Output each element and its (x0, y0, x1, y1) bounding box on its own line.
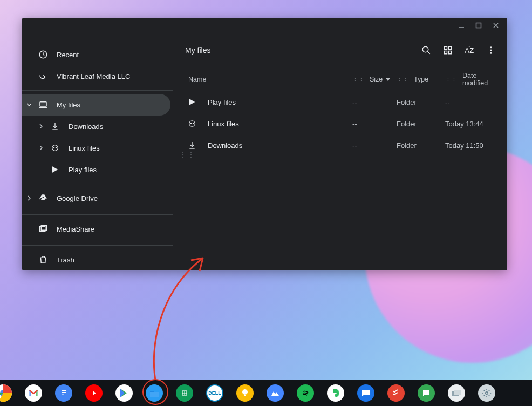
file-row[interactable]: Linux files -- Folder Today 13:44 (180, 113, 502, 134)
maximize-button[interactable] (475, 22, 482, 29)
sidebar-item-recent[interactable]: Recent (22, 44, 170, 65)
file-size: -- (352, 120, 397, 128)
sidebar-item-play-files[interactable]: Play files (22, 159, 170, 180)
search-button[interactable] (415, 39, 437, 61)
laptop-icon (38, 100, 48, 110)
column-name[interactable]: Name (184, 76, 352, 83)
column-date[interactable]: ⋮⋮Date modified (445, 72, 502, 87)
file-row[interactable]: Downloads -- Folder Today 11:50 (180, 134, 502, 156)
svg-rect-10 (41, 225, 47, 230)
svg-rect-15 (449, 51, 452, 54)
grip-icon: ⋮⋮ (352, 76, 364, 83)
grip-icon: ⋮⋮ (445, 76, 457, 83)
column-size[interactable]: ⋮⋮Size (352, 76, 397, 83)
sidebar-item-label: Linux files (69, 144, 100, 152)
breadcrumb-title: My files (180, 46, 415, 55)
svg-point-16 (490, 46, 492, 48)
sidebar-item-my-files[interactable]: My files (22, 94, 170, 116)
sidebar-item-label: Downloads (69, 123, 103, 131)
toolbar: My files ↓ AZ (180, 33, 502, 67)
file-name: Play files (208, 98, 352, 106)
taskbar-dell-icon[interactable]: DELL (206, 384, 223, 402)
file-type: Folder (397, 141, 445, 150)
svg-rect-35 (423, 390, 429, 395)
linux-icon (187, 119, 197, 128)
sidebar-item-label: Play files (69, 166, 97, 174)
sidebar-item-label: My files (57, 101, 80, 109)
chevron-right-icon[interactable] (38, 145, 44, 151)
drive-icon (38, 193, 48, 203)
svg-rect-13 (449, 46, 452, 49)
minimize-button[interactable] (458, 22, 465, 29)
grip-icon: ⋮⋮ (397, 76, 408, 83)
sidebar-item-downloads[interactable]: Downloads (22, 116, 170, 137)
svg-rect-37 (454, 390, 461, 395)
resize-handle[interactable]: ⋮⋮ (179, 150, 196, 159)
sidebar-item-linux[interactable]: Linux files (22, 137, 170, 159)
svg-rect-1 (476, 23, 481, 28)
taskbar-evernote-icon[interactable] (327, 384, 344, 402)
sidebar-item-trash[interactable]: Trash (22, 249, 170, 270)
sort-az-button[interactable]: ↓ AZ (459, 39, 480, 61)
chevron-right-icon[interactable] (26, 195, 32, 201)
svg-rect-5 (40, 102, 46, 106)
close-button[interactable] (492, 22, 500, 29)
svg-point-6 (52, 145, 58, 151)
titlebar (22, 18, 507, 33)
shortcut-arrow-icon (38, 71, 48, 81)
sidebar: Recent Vibrant Leaf Media LLC My files D… (22, 33, 173, 270)
sidebar-item-label: Vibrant Leaf Media LLC (57, 72, 130, 80)
svg-rect-24 (60, 388, 67, 398)
sidebar-item-mediashare[interactable]: MediaShare (22, 218, 170, 240)
column-type[interactable]: ⋮⋮Type (397, 76, 445, 83)
svg-rect-12 (444, 46, 447, 49)
file-name: Linux files (208, 120, 352, 128)
sidebar-item-shortcut[interactable]: Vibrant Leaf Media LLC (22, 65, 170, 87)
play-icon (187, 97, 197, 107)
taskbar-settings-icon[interactable] (478, 384, 495, 402)
taskbar-youtube-icon[interactable] (85, 384, 103, 402)
taskbar-chat-icon[interactable] (418, 384, 435, 402)
annotation-circle (142, 379, 168, 405)
sidebar-item-drive[interactable]: Google Drive (22, 187, 170, 209)
svg-point-8 (56, 147, 56, 148)
taskbar-todoist-icon[interactable] (387, 384, 405, 402)
taskbar-spotify-icon[interactable] (297, 384, 314, 402)
chevron-down-icon[interactable] (26, 102, 32, 107)
svg-point-11 (422, 46, 428, 52)
download-icon (50, 121, 60, 131)
svg-point-33 (242, 389, 248, 395)
play-icon (50, 165, 60, 174)
taskbar-chrome-icon[interactable] (0, 384, 12, 402)
taskbar-play-store-icon[interactable] (115, 384, 133, 402)
view-grid-button[interactable] (437, 39, 459, 61)
annotation-arrow (144, 248, 224, 400)
trash-icon (38, 255, 48, 265)
taskbar-messages-icon[interactable] (357, 384, 374, 402)
file-date: -- (445, 98, 502, 106)
chevron-right-icon[interactable] (38, 124, 44, 129)
file-type: Folder (397, 98, 445, 106)
sidebar-item-label: Google Drive (57, 194, 98, 202)
taskbar-docs-icon[interactable] (55, 384, 72, 402)
svg-point-7 (53, 147, 54, 148)
taskbar-keep-icon[interactable] (236, 384, 254, 402)
taskbar-nordvpn-icon[interactable] (267, 384, 284, 402)
taskbar-gmail-icon[interactable] (25, 384, 42, 402)
file-size: -- (352, 141, 397, 150)
more-menu-button[interactable] (480, 39, 502, 61)
svg-point-21 (193, 123, 193, 124)
sidebar-item-label: MediaShare (57, 225, 94, 233)
file-name: Downloads (208, 141, 352, 150)
file-row[interactable]: Play files -- Folder -- (180, 91, 502, 113)
file-date: Today 13:44 (445, 120, 502, 128)
divider (22, 214, 173, 215)
sidebar-item-label: Recent (57, 51, 79, 59)
main-pane: My files ↓ AZ Name ⋮⋮Size ⋮⋮Type ⋮⋮Date … (173, 33, 507, 270)
sidebar-item-label: Trash (57, 256, 74, 264)
svg-point-17 (490, 50, 492, 51)
taskbar-sheets-icon[interactable] (176, 384, 193, 402)
svg-rect-9 (39, 227, 45, 232)
taskbar-app-icon[interactable] (448, 384, 465, 402)
svg-point-20 (190, 123, 191, 124)
